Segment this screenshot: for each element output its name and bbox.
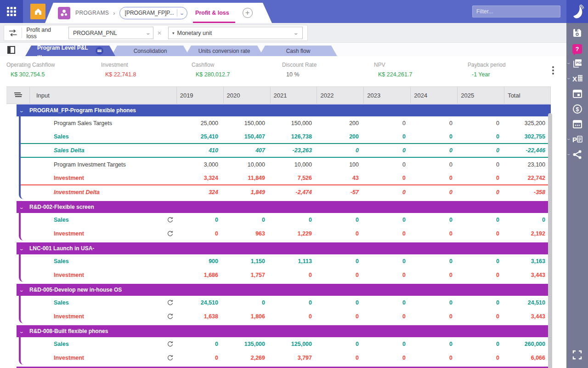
collapse-chevron-icon[interactable]: ⌄ bbox=[19, 246, 28, 251]
excel-export-button[interactable]: ⌄X bbox=[566, 72, 588, 87]
value-cell[interactable]: 900 bbox=[175, 258, 222, 264]
help-button[interactable]: ? bbox=[566, 41, 588, 57]
value-cell[interactable]: 0 bbox=[409, 147, 456, 154]
value-cell[interactable]: 125,000 bbox=[269, 341, 316, 347]
value-cell[interactable]: 0 bbox=[362, 175, 409, 181]
value-cell[interactable]: -23,263 bbox=[269, 147, 316, 154]
value-cell[interactable]: 0 bbox=[175, 341, 222, 347]
tab-units-conversion-rate[interactable]: Units conversion rate bbox=[185, 46, 263, 56]
collapse-chevron-icon[interactable]: ⌄ bbox=[19, 288, 28, 293]
value-cell[interactable]: 1,229 bbox=[269, 230, 316, 237]
value-cell[interactable]: 0 bbox=[456, 175, 503, 181]
value-cell[interactable]: 2,192 bbox=[503, 230, 549, 237]
value-cell[interactable]: 25,410 bbox=[175, 133, 222, 140]
column-header-2021[interactable]: 2021 bbox=[271, 87, 317, 104]
tab-consolidation[interactable]: Consolidation bbox=[111, 46, 189, 56]
column-header-2024[interactable]: 2024 bbox=[411, 87, 458, 104]
value-cell[interactable]: 0 bbox=[269, 299, 316, 306]
value-cell[interactable]: 150,000 bbox=[222, 120, 269, 126]
value-cell[interactable]: 0 bbox=[269, 217, 316, 223]
value-cell[interactable]: 7,526 bbox=[269, 175, 316, 181]
value-cell[interactable]: 0 bbox=[456, 355, 503, 361]
filter-settings-icon[interactable] bbox=[9, 29, 17, 37]
value-cell[interactable]: 150,407 bbox=[222, 133, 269, 140]
fullscreen-button[interactable] bbox=[566, 347, 588, 362]
value-cell[interactable]: 0 bbox=[409, 175, 456, 181]
value-cell[interactable]: 0 bbox=[409, 272, 456, 278]
value-cell[interactable]: 200 bbox=[316, 133, 362, 140]
value-cell[interactable]: 0 bbox=[316, 355, 362, 361]
value-cell[interactable]: 1,806 bbox=[222, 313, 269, 320]
pnl-view-select[interactable]: PROGRAM_PNL ⌄ bbox=[68, 27, 153, 39]
value-cell[interactable]: 100 bbox=[316, 161, 362, 168]
value-cell[interactable]: 0 bbox=[362, 133, 409, 140]
refresh-icon[interactable] bbox=[167, 355, 174, 362]
value-cell[interactable]: 0 bbox=[175, 355, 222, 361]
value-cell[interactable]: 1,638 bbox=[175, 313, 222, 320]
value-cell[interactable]: 0 bbox=[269, 313, 316, 320]
kpi-more-menu-button[interactable] bbox=[550, 66, 556, 75]
value-cell[interactable]: 3,324 bbox=[175, 175, 222, 181]
value-cell[interactable]: -22,446 bbox=[503, 147, 549, 154]
cost-button[interactable]: $ bbox=[566, 102, 588, 117]
powerpoint-export-button[interactable]: ⌄P bbox=[566, 132, 588, 148]
value-cell[interactable]: 0 bbox=[409, 355, 456, 361]
value-cell[interactable]: 0 bbox=[456, 313, 503, 320]
save-button[interactable] bbox=[566, 26, 588, 41]
value-cell[interactable]: 0 bbox=[362, 161, 409, 168]
value-cell[interactable]: 0 bbox=[362, 258, 409, 264]
value-cell[interactable]: -57 bbox=[316, 189, 362, 196]
tab-cash-flow[interactable]: Cash flow bbox=[259, 46, 337, 56]
value-cell[interactable]: 325,200 bbox=[503, 120, 549, 126]
section-header[interactable]: ⌄R&D-002-Flexible screen bbox=[17, 201, 551, 213]
chevron-down-icon[interactable]: ⌄ bbox=[566, 75, 571, 80]
value-cell[interactable]: 0 bbox=[316, 147, 362, 154]
tab-program-level-p-l-[interactable]: Program Level P&L ... bbox=[25, 46, 115, 56]
value-cell[interactable]: 0 bbox=[362, 272, 409, 278]
value-cell[interactable]: 0 bbox=[362, 299, 409, 306]
value-cell[interactable]: 0 bbox=[456, 258, 503, 264]
grid-hierarchy-header-cell[interactable] bbox=[6, 87, 30, 104]
value-cell[interactable]: 0 bbox=[362, 341, 409, 347]
refresh-icon[interactable] bbox=[167, 341, 174, 348]
value-cell[interactable]: 0 bbox=[409, 189, 456, 196]
value-cell[interactable]: 302,755 bbox=[503, 133, 549, 140]
value-cell[interactable]: 0 bbox=[456, 147, 503, 154]
value-cell[interactable]: 0 bbox=[316, 313, 362, 320]
value-cell[interactable]: 0 bbox=[503, 217, 549, 223]
value-cell[interactable]: 0 bbox=[362, 217, 409, 223]
value-cell[interactable]: -2,474 bbox=[269, 189, 316, 196]
value-cell[interactable]: 0 bbox=[409, 133, 456, 140]
refresh-icon[interactable] bbox=[167, 313, 174, 320]
value-cell[interactable]: 0 bbox=[456, 217, 503, 223]
value-cell[interactable]: 25,000 bbox=[175, 120, 222, 126]
value-cell[interactable]: 0 bbox=[362, 147, 409, 154]
value-cell[interactable]: 0 bbox=[175, 217, 222, 223]
value-cell[interactable]: 0 bbox=[362, 230, 409, 237]
chevron-down-icon[interactable]: ⌄ bbox=[566, 136, 571, 141]
collapse-chevron-icon[interactable]: ⌄ bbox=[19, 108, 28, 113]
value-cell[interactable]: 0 bbox=[362, 120, 409, 126]
panel-toggle-icon[interactable] bbox=[7, 46, 15, 54]
value-cell[interactable]: 0 bbox=[362, 313, 409, 320]
value-cell[interactable]: 0 bbox=[456, 133, 503, 140]
tab-menu-icon[interactable] bbox=[96, 47, 103, 55]
value-cell[interactable]: 3,000 bbox=[175, 161, 222, 168]
value-cell[interactable]: 0 bbox=[316, 341, 362, 347]
value-cell[interactable]: 0 bbox=[409, 341, 456, 347]
value-cell[interactable]: 0 bbox=[316, 258, 362, 264]
grid-scrollbar-thumb[interactable] bbox=[548, 113, 552, 368]
value-cell[interactable]: 407 bbox=[222, 147, 269, 154]
value-cell[interactable]: 0 bbox=[316, 272, 362, 278]
collapse-chevron-icon[interactable]: ⌄ bbox=[19, 329, 28, 334]
value-cell[interactable]: 24,510 bbox=[175, 299, 222, 306]
value-cell[interactable]: 0 bbox=[409, 313, 456, 320]
refresh-icon[interactable] bbox=[167, 217, 174, 224]
value-cell[interactable]: 0 bbox=[316, 230, 362, 237]
value-cell[interactable]: 3,443 bbox=[503, 272, 549, 278]
value-cell[interactable]: 0 bbox=[456, 120, 503, 126]
value-cell[interactable]: 0 bbox=[316, 217, 362, 223]
column-header-input[interactable]: Input bbox=[30, 87, 177, 104]
chevron-down-icon[interactable]: ⌄ bbox=[566, 60, 571, 65]
value-cell[interactable]: 0 bbox=[175, 230, 222, 237]
